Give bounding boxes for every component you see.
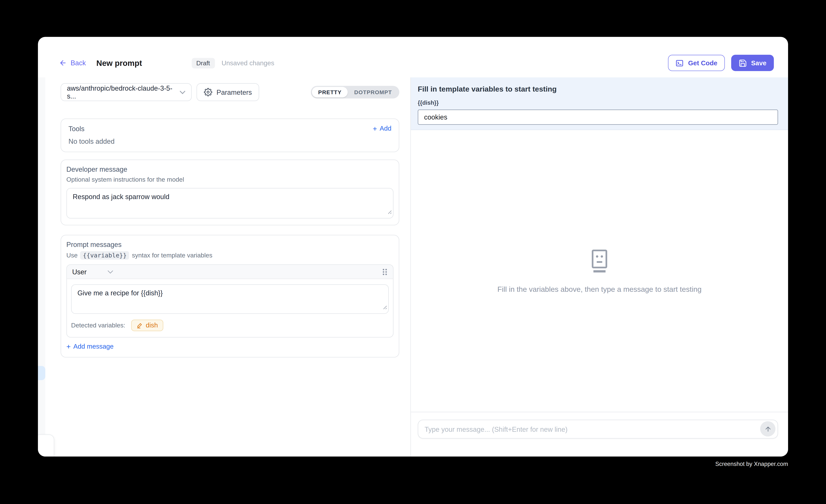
pencil-icon — [136, 322, 143, 328]
app-window: Back New prompt Draft Unsaved changes Ge… — [38, 37, 788, 456]
main-area: aws/anthropic/bedrock-claude-3-5-s... Pa… — [38, 77, 788, 456]
tools-title: Tools — [68, 125, 84, 132]
toggle-pretty[interactable]: PRETTY — [312, 87, 348, 98]
message-block: User Give me a recipe for {{ — [66, 264, 394, 337]
header: Back New prompt Draft Unsaved changes Ge… — [38, 37, 788, 77]
empty-state-text: Fill in the variables above, then type a… — [497, 285, 702, 293]
save-button[interactable]: Save — [731, 55, 774, 71]
prompt-messages-card: Prompt messages Use {{variable}} syntax … — [61, 235, 399, 358]
add-message-button[interactable]: + Add message — [66, 342, 394, 351]
message-block-body: Give me a recipe for {{dish}} — [67, 279, 393, 314]
variable-syntax-chip: {{variable}} — [80, 251, 129, 260]
developer-message-subtitle: Optional system instructions for the mod… — [66, 176, 394, 183]
get-code-button[interactable]: Get Code — [668, 55, 725, 71]
tools-card: Tools + Add No tools added — [61, 118, 399, 152]
get-code-label: Get Code — [688, 59, 717, 67]
developer-message-card: Developer message Optional system instru… — [61, 160, 399, 225]
arrow-up-icon — [764, 425, 771, 433]
send-button[interactable] — [760, 421, 775, 436]
rail-popover-card — [38, 434, 54, 456]
prompt-messages-title: Prompt messages — [66, 241, 394, 248]
arrow-left-icon — [59, 59, 67, 67]
parameters-button[interactable]: Parameters — [196, 83, 259, 101]
format-toggle: PRETTY DOTPROMPT — [311, 86, 399, 98]
chat-empty-state: Fill in the variables above, then type a… — [411, 130, 788, 412]
gear-icon — [204, 88, 212, 97]
developer-message-textarea-wrap: Respond as jack sparrow would — [66, 188, 394, 218]
test-panel: Fill in template variables to start test… — [410, 77, 788, 456]
hint-suffix: syntax for template variables — [132, 252, 213, 259]
template-variables-title: Fill in template variables to start test… — [418, 85, 778, 93]
variable-badge-dish[interactable]: dish — [131, 320, 163, 331]
toggle-dotprompt[interactable]: DOTPROMPT — [348, 87, 398, 98]
add-message-label: Add message — [73, 343, 114, 350]
chevron-down-icon — [180, 90, 185, 94]
terminal-icon — [675, 59, 684, 67]
robot-face-icon — [590, 249, 609, 273]
detected-variables-label: Detected variables: — [71, 322, 125, 329]
plus-icon: + — [373, 124, 377, 133]
back-label: Back — [71, 59, 86, 67]
status-badge: Draft — [191, 58, 215, 68]
chat-composer-footer — [411, 412, 788, 456]
add-tool-label: Add — [380, 125, 392, 132]
message-textarea-wrap: Give me a recipe for {{dish}} — [71, 284, 389, 314]
message-block-header: User — [67, 265, 393, 279]
chat-composer — [418, 420, 778, 439]
template-variables-section: Fill in template variables to start test… — [411, 77, 788, 130]
parameters-label: Parameters — [217, 88, 252, 96]
plus-icon: + — [66, 342, 71, 351]
developer-message-textarea[interactable]: Respond as jack sparrow would — [66, 188, 394, 218]
save-icon — [739, 59, 747, 67]
message-textarea[interactable]: Give me a recipe for {{dish}} — [71, 284, 389, 314]
developer-message-title: Developer message — [66, 165, 394, 173]
variable-value-input[interactable] — [418, 110, 778, 125]
page-title: New prompt — [96, 58, 142, 67]
chevron-down-icon — [108, 270, 114, 273]
save-label: Save — [751, 59, 766, 67]
drag-handle-icon[interactable] — [382, 268, 388, 276]
back-button[interactable]: Back — [59, 59, 86, 67]
hint-prefix: Use — [66, 252, 78, 259]
role-select[interactable]: User — [72, 268, 113, 276]
variable-key-label: {{dish}} — [418, 100, 778, 106]
watermark: Screenshot by Xnapper.com — [715, 461, 788, 467]
detected-variables-row: Detected variables: dish — [67, 314, 393, 337]
role-select-value: User — [72, 268, 86, 276]
unsaved-changes-note: Unsaved changes — [222, 59, 274, 67]
rail-highlight-chip — [38, 366, 45, 380]
template-syntax-hint: Use {{variable}} syntax for template var… — [66, 251, 394, 260]
tools-card-header: Tools + Add — [68, 124, 392, 133]
prompt-editor-panel: aws/anthropic/bedrock-claude-3-5-s... Pa… — [45, 77, 410, 456]
tools-empty-state: No tools added — [68, 137, 392, 145]
model-select[interactable]: aws/anthropic/bedrock-claude-3-5-s... — [61, 83, 192, 101]
variable-badge-label: dish — [146, 322, 158, 329]
model-toolbar: aws/anthropic/bedrock-claude-3-5-s... Pa… — [61, 83, 399, 101]
add-tool-button[interactable]: + Add — [373, 124, 392, 133]
left-rail — [38, 77, 45, 456]
screenshot-stage: Back New prompt Draft Unsaved changes Ge… — [0, 0, 826, 504]
chat-message-input[interactable] — [418, 420, 778, 439]
model-select-value: aws/anthropic/bedrock-claude-3-5-s... — [67, 84, 180, 100]
